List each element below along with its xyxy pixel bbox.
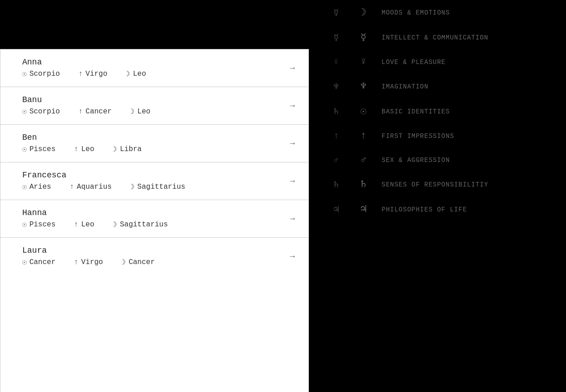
person-row[interactable]: Francesca☉ Aries ↑ Aquarius ☽ Sagittariu… bbox=[0, 162, 308, 200]
moon-symbol: ☽ bbox=[122, 258, 126, 267]
planet-symbol-right: ♀ bbox=[354, 56, 372, 68]
rising-sign: Aquarius bbox=[77, 183, 112, 191]
sun-symbol: ☉ bbox=[22, 69, 27, 78]
person-name: Francesca bbox=[22, 171, 185, 180]
moon-sign: Sagittarius bbox=[120, 220, 168, 229]
person-signs: ☉ Aries ↑ Aquarius ☽ Sagittarius bbox=[22, 182, 185, 191]
category-label: IMAGINATION bbox=[382, 83, 428, 90]
planet-symbol-left: ♄ bbox=[327, 106, 345, 117]
rising-symbol: ↑ bbox=[74, 220, 79, 229]
category-item[interactable]: ♄☉BASIC IDENTITIES bbox=[327, 99, 548, 124]
moon-sign: Leo bbox=[137, 108, 150, 116]
navigate-arrow[interactable]: → bbox=[290, 252, 295, 261]
person-signs: ☉ Scorpio ↑ Virgo ☽ Leo bbox=[22, 69, 146, 78]
category-item[interactable]: ☿☿INTELLECT & COMMUNICATION bbox=[327, 25, 548, 50]
moon-sign: Libra bbox=[120, 145, 142, 153]
moon-sign: Cancer bbox=[129, 258, 155, 266]
rising-symbol: ↑ bbox=[70, 183, 74, 191]
moon-symbol: ☽ bbox=[130, 182, 135, 191]
sun-sign: Scorpio bbox=[30, 70, 60, 78]
sun-sign: Pisces bbox=[30, 145, 56, 153]
category-label: BASIC IDENTITIES bbox=[382, 108, 450, 115]
planet-symbol-right: ♂ bbox=[354, 154, 372, 166]
moon-symbol: ☽ bbox=[126, 69, 130, 78]
persons-list: Anna☉ Scorpio ↑ Virgo ☽ Leo→Banu☉ Scorpi… bbox=[0, 49, 309, 392]
person-name: Anna bbox=[22, 58, 146, 67]
planet-symbol-left: ♆ bbox=[327, 81, 345, 92]
category-item[interactable]: ♄♄SENSES OF RESPONSIBILITIY bbox=[327, 172, 548, 197]
person-row[interactable]: Laura☉ Cancer ↑ Virgo ☽ Cancer→ bbox=[0, 238, 308, 275]
category-item[interactable]: ↑↑FIRST IMPRESSIONS bbox=[327, 124, 548, 148]
person-row[interactable]: Anna☉ Scorpio ↑ Virgo ☽ Leo→ bbox=[0, 49, 308, 87]
planet-symbol-left: ♀ bbox=[327, 57, 345, 67]
person-signs: ☉ Pisces ↑ Leo ☽ Libra bbox=[22, 145, 142, 154]
category-item[interactable]: ♆♆IMAGINATION bbox=[327, 74, 548, 99]
categories-panel: ☿☽MOODS & EMOTIONS☿☿INTELLECT & COMMUNIC… bbox=[309, 0, 566, 392]
sun-sign: Scorpio bbox=[30, 108, 60, 116]
planet-symbol-left: ↑ bbox=[327, 131, 345, 141]
navigate-arrow[interactable]: → bbox=[290, 101, 295, 110]
sun-sign: Pisces bbox=[30, 220, 56, 229]
rising-sign: Leo bbox=[81, 220, 94, 229]
planet-symbol-right: ↑ bbox=[354, 130, 372, 142]
category-label: FIRST IMPRESSIONS bbox=[382, 132, 454, 140]
person-row[interactable]: Ben☉ Pisces ↑ Leo ☽ Libra→ bbox=[0, 125, 308, 162]
planet-symbol-left: ☿ bbox=[327, 32, 345, 43]
planet-symbol-right: ☿ bbox=[354, 31, 372, 44]
moon-symbol: ☽ bbox=[113, 220, 117, 229]
person-signs: ☉ Cancer ↑ Virgo ☽ Cancer bbox=[22, 258, 155, 267]
sun-sign: Aries bbox=[30, 183, 51, 191]
rising-symbol: ↑ bbox=[79, 108, 83, 116]
person-name: Hanna bbox=[22, 208, 168, 217]
planet-symbol-left: ☿ bbox=[327, 7, 345, 18]
category-label: INTELLECT & COMMUNICATION bbox=[382, 34, 488, 41]
category-item[interactable]: ♀♀LOVE & PLEASURE bbox=[327, 50, 548, 74]
planet-symbol-left: ♄ bbox=[327, 179, 345, 190]
person-row[interactable]: Hanna☉ Pisces ↑ Leo ☽ Sagittarius→ bbox=[0, 200, 308, 238]
person-name: Laura bbox=[22, 246, 155, 255]
sun-sign: Cancer bbox=[30, 258, 56, 266]
moon-sign: Sagittarius bbox=[137, 183, 185, 191]
navigate-arrow[interactable]: → bbox=[290, 214, 295, 223]
moon-symbol: ☽ bbox=[113, 145, 117, 154]
rising-sign: Virgo bbox=[81, 258, 103, 266]
sun-symbol: ☉ bbox=[22, 107, 27, 116]
navigate-arrow[interactable]: → bbox=[290, 64, 295, 73]
planet-symbol-right: ♄ bbox=[354, 178, 372, 191]
rising-sign: Cancer bbox=[85, 108, 112, 116]
category-label: SENSES OF RESPONSIBILITIY bbox=[382, 181, 488, 188]
rising-symbol: ↑ bbox=[74, 258, 79, 266]
category-item[interactable]: ♃♃PHILOSOPHIES OF LIFE bbox=[327, 197, 548, 222]
category-item[interactable]: ♂♂SEX & AGGRESSION bbox=[327, 148, 548, 172]
sun-symbol: ☉ bbox=[22, 145, 27, 154]
sun-symbol: ☉ bbox=[22, 182, 27, 191]
sun-symbol: ☉ bbox=[22, 258, 27, 267]
planet-symbol-left: ♃ bbox=[327, 204, 345, 215]
rising-symbol: ↑ bbox=[79, 70, 83, 78]
moon-symbol: ☽ bbox=[130, 107, 135, 116]
person-name: Ben bbox=[22, 133, 142, 142]
planet-symbol-left: ♂ bbox=[327, 155, 345, 165]
rising-sign: Virgo bbox=[85, 70, 107, 78]
rising-sign: Leo bbox=[81, 145, 94, 153]
person-name: Banu bbox=[22, 95, 150, 104]
planet-symbol-right: ♆ bbox=[354, 80, 372, 93]
navigate-arrow[interactable]: → bbox=[290, 139, 295, 148]
person-row[interactable]: Banu☉ Scorpio ↑ Cancer ☽ Leo→ bbox=[0, 87, 308, 125]
person-signs: ☉ Scorpio ↑ Cancer ☽ Leo bbox=[22, 107, 150, 116]
person-signs: ☉ Pisces ↑ Leo ☽ Sagittarius bbox=[22, 220, 168, 229]
category-label: LOVE & PLEASURE bbox=[382, 59, 446, 66]
navigate-arrow[interactable]: → bbox=[290, 176, 295, 186]
rising-symbol: ↑ bbox=[74, 145, 79, 153]
category-label: MOODS & EMOTIONS bbox=[382, 9, 450, 16]
sun-symbol: ☉ bbox=[22, 220, 27, 229]
planet-symbol-right: ☽ bbox=[354, 6, 372, 19]
moon-sign: Leo bbox=[133, 70, 146, 78]
category-label: SEX & AGGRESSION bbox=[382, 157, 450, 164]
category-label: PHILOSOPHIES OF LIFE bbox=[382, 206, 467, 213]
planet-symbol-right: ☉ bbox=[354, 105, 372, 118]
category-item[interactable]: ☿☽MOODS & EMOTIONS bbox=[327, 0, 548, 25]
planet-symbol-right: ♃ bbox=[354, 203, 372, 216]
